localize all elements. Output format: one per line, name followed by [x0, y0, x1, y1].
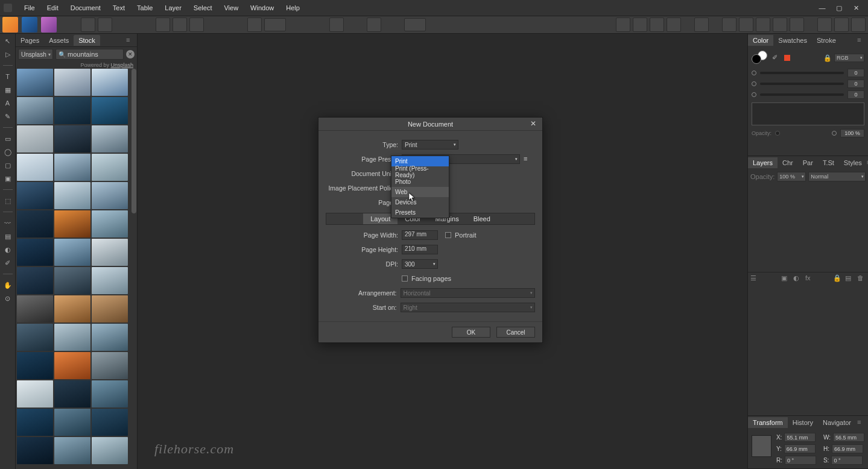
toolbar-button[interactable] — [756, 17, 770, 32]
portrait-checkbox[interactable] — [445, 232, 451, 238]
toolbar-combo[interactable] — [404, 18, 426, 31]
recent-color-swatch[interactable] — [784, 55, 790, 61]
clear-search-button[interactable]: ✕ — [126, 50, 135, 58]
stock-thumbnail[interactable] — [54, 409, 90, 436]
stock-thumbnail[interactable] — [17, 267, 53, 294]
stock-thumbnail[interactable] — [54, 239, 90, 266]
color-slider-g[interactable] — [760, 83, 844, 85]
toolbar-button[interactable] — [189, 17, 204, 32]
menu-table[interactable]: Table — [131, 2, 159, 14]
move-tool-icon[interactable]: ↖ — [3, 36, 13, 46]
artistic-text-tool-icon[interactable]: A — [3, 98, 13, 108]
toolbar-button[interactable] — [722, 17, 737, 32]
dialog-titlebar[interactable]: New Document ✕ — [318, 118, 542, 131]
stock-thumbnail[interactable] — [17, 409, 53, 436]
stock-thumbnail[interactable] — [17, 154, 53, 181]
stock-thumbnail[interactable] — [17, 125, 53, 153]
transform-r-input[interactable]: 0 ° — [785, 456, 816, 465]
stock-thumbnail[interactable] — [17, 182, 53, 209]
menu-help[interactable]: Help — [280, 2, 306, 14]
dialog-close-button[interactable]: ✕ — [530, 119, 539, 128]
persona-photo-icon[interactable] — [41, 17, 57, 33]
stock-thumbnail[interactable] — [17, 324, 53, 351]
layer-tab-tst[interactable]: T.St — [818, 157, 839, 168]
stock-search-input[interactable]: 🔍 mountains — [55, 49, 124, 60]
rectangle-tool-icon[interactable]: ▭ — [3, 134, 13, 143]
stock-thumbnail[interactable] — [92, 267, 128, 294]
stock-thumbnail[interactable] — [92, 352, 128, 379]
stock-thumbnail[interactable] — [54, 267, 90, 294]
ellipse-tool-icon[interactable]: ◯ — [3, 147, 13, 157]
stock-thumbnail[interactable] — [92, 239, 128, 266]
toolbar-button[interactable] — [247, 17, 262, 32]
stock-thumbnail[interactable] — [54, 352, 90, 379]
unsplash-link[interactable]: Unsplash — [110, 62, 133, 68]
color-tab-swatches[interactable]: Swatches — [773, 35, 812, 46]
stock-thumbnail[interactable] — [92, 69, 128, 96]
menu-text[interactable]: Text — [107, 2, 131, 14]
transform-tab-navigator[interactable]: Navigator — [818, 417, 856, 428]
toolbar-button[interactable] — [773, 17, 787, 32]
toolbar-button[interactable] — [817, 17, 832, 32]
transform-tab-history[interactable]: History — [788, 417, 818, 428]
toolbar-button[interactable] — [329, 17, 344, 32]
type-select[interactable]: Print — [402, 140, 458, 150]
menu-edit[interactable]: Edit — [41, 2, 65, 14]
toolbar-button[interactable] — [633, 17, 647, 32]
toolbar-button[interactable] — [81, 17, 95, 32]
stock-thumbnail[interactable] — [92, 437, 128, 464]
anchor-selector[interactable] — [752, 435, 771, 457]
dropdown-option[interactable]: Presets — [391, 207, 449, 218]
color-slider-r[interactable] — [760, 72, 844, 74]
toolbar-button[interactable] — [834, 17, 849, 32]
menu-file[interactable]: File — [18, 2, 41, 14]
layer-tab-chr[interactable]: Chr — [778, 157, 798, 168]
color-value-b[interactable]: 0 — [847, 90, 864, 99]
pen-tool-icon[interactable]: ✎ — [3, 112, 13, 121]
dropdown-option[interactable]: Print (Press-Ready) — [391, 166, 449, 177]
color-value-r[interactable]: 0 — [847, 69, 864, 77]
stock-thumbnail[interactable] — [17, 437, 53, 464]
toolbar-combo[interactable] — [264, 18, 286, 31]
node-tool-icon[interactable]: ▷ — [3, 49, 13, 59]
stock-thumbnail[interactable] — [92, 125, 128, 153]
layer-tab-par[interactable]: Par — [798, 157, 818, 168]
toolbar-button[interactable] — [156, 17, 170, 32]
toolbar-button[interactable] — [790, 17, 804, 32]
toolbar-button[interactable] — [173, 17, 187, 32]
toolbar-button[interactable] — [694, 17, 709, 32]
hand-tool-icon[interactable]: ✋ — [3, 280, 13, 290]
transform-tab-transform[interactable]: Transform — [748, 417, 788, 428]
persona-publisher-icon[interactable] — [2, 17, 18, 33]
stock-scrollbar[interactable] — [131, 69, 137, 469]
stock-thumbnail[interactable] — [92, 324, 128, 351]
rounded-rect-tool-icon[interactable]: ▢ — [3, 160, 13, 170]
left-tab-assets[interactable]: Assets — [44, 35, 74, 46]
facing-pages-checkbox[interactable] — [402, 275, 408, 282]
left-tab-pages[interactable]: Pages — [16, 35, 44, 46]
stock-thumbnail[interactable] — [54, 97, 90, 124]
layer-tab-layers[interactable]: Layers — [748, 157, 778, 168]
close-window-button[interactable]: ✕ — [847, 2, 864, 13]
dropdown-option[interactable]: Photo — [391, 177, 449, 187]
ok-button[interactable]: OK — [452, 327, 490, 338]
stock-thumbnail[interactable] — [92, 97, 128, 124]
color-value-g[interactable]: 0 — [847, 80, 864, 88]
transform-h-input[interactable]: 66.9 mm — [832, 444, 863, 453]
stock-thumbnail[interactable] — [17, 295, 53, 323]
vector-brush-tool-icon[interactable]: 〰 — [3, 218, 13, 228]
stock-thumbnail[interactable] — [54, 324, 90, 351]
minimize-button[interactable]: ― — [814, 2, 831, 13]
toolbar-button[interactable] — [739, 17, 753, 32]
eyedropper-tool-icon[interactable]: ✐ — [3, 258, 13, 268]
toolbar-button[interactable] — [616, 17, 630, 32]
delete-layer-icon[interactable]: 🗑 — [857, 274, 866, 283]
color-tab-stroke[interactable]: Stroke — [812, 35, 841, 46]
menu-window[interactable]: Window — [244, 2, 280, 14]
dpi-select[interactable]: 300 — [402, 259, 438, 269]
fx-icon[interactable]: fx — [805, 274, 814, 283]
toolbar-button[interactable] — [367, 17, 381, 32]
layer-opacity-select[interactable]: 100 % — [777, 172, 806, 181]
stock-thumbnail[interactable] — [54, 295, 90, 323]
left-tab-stock[interactable]: Stock — [74, 35, 100, 46]
